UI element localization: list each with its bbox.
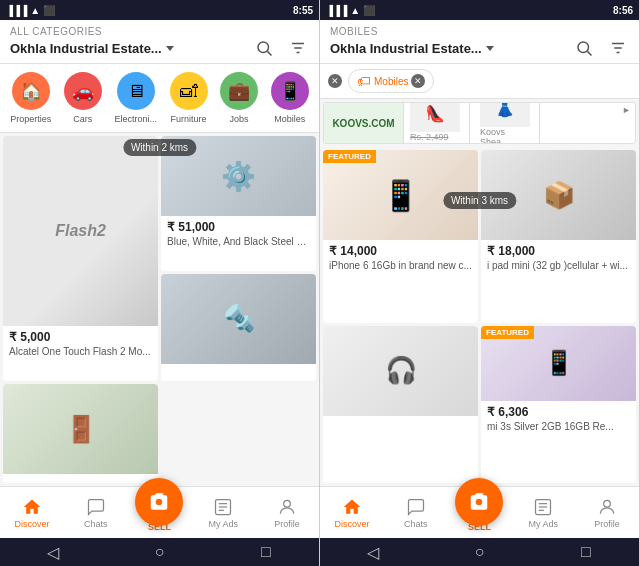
listing-img-r3: 🎧 bbox=[323, 326, 478, 416]
listing-card-r1[interactable]: FEATURED 📱 ₹ 14,000 iPhone 6 16Gb in bra… bbox=[323, 150, 478, 323]
left-panel: ▐▐▐ ▲ ⬛ 8:55 ALL CATEGORIES Okhla Indust… bbox=[0, 0, 320, 566]
cat-properties-label: Properties bbox=[10, 114, 51, 124]
wifi-icon-right: ▲ bbox=[350, 5, 360, 16]
listing-card-1[interactable]: Flash2 ₹ 5,000 Alcatel One Touch Flash 2… bbox=[3, 136, 158, 381]
listing-title-r1: iPhone 6 16Gb in brand new c... bbox=[329, 260, 472, 271]
location-row-left: Okhla Industrial Estate... bbox=[10, 37, 309, 59]
status-icons-right: ▐▐▐ ▲ ⬛ bbox=[326, 5, 375, 16]
sell-button-left[interactable] bbox=[135, 478, 183, 526]
listing-card-2[interactable]: ⚙️ ₹ 51,000 Blue, White, And Black Steel… bbox=[161, 136, 316, 271]
sell-button-right[interactable] bbox=[455, 478, 503, 526]
back-btn-left[interactable]: ◁ bbox=[44, 543, 62, 561]
nav-discover-right[interactable]: Discover bbox=[320, 497, 384, 529]
close-chip[interactable]: ✕ bbox=[328, 74, 342, 88]
chevron-down-icon-right bbox=[486, 46, 494, 51]
mobiles-chip-label: Mobiles bbox=[374, 76, 408, 87]
chats-icon-left bbox=[86, 497, 106, 517]
nav-profile-right[interactable]: Profile bbox=[575, 497, 639, 529]
category-label-right: MOBILES bbox=[330, 26, 629, 37]
listing-info-2: ₹ 51,000 Blue, White, And Black Steel C.… bbox=[161, 216, 316, 253]
listing-card-r2[interactable]: 📦 ₹ 18,000 i pad mini (32 gb )cellular +… bbox=[481, 150, 636, 323]
cat-furniture[interactable]: 🛋 Furniture bbox=[170, 72, 208, 124]
home-btn-right[interactable]: ○ bbox=[470, 543, 488, 561]
search-icon-right[interactable] bbox=[573, 37, 595, 59]
android-nav-right: ◁ ○ □ bbox=[320, 538, 639, 566]
ad-sponsored: ► bbox=[622, 105, 631, 115]
svg-point-9 bbox=[284, 500, 291, 507]
listing-price-r1: ₹ 14,000 bbox=[329, 244, 472, 258]
within-badge-right: Within 3 kms bbox=[443, 192, 516, 209]
home-btn-left[interactable]: ○ bbox=[150, 543, 168, 561]
listing-img-1: Flash2 bbox=[3, 136, 158, 326]
location-text-right: Okhla Industrial Estate... bbox=[330, 41, 482, 56]
chats-icon-right bbox=[406, 497, 426, 517]
listing-info-r1: ₹ 14,000 iPhone 6 16Gb in brand new c... bbox=[323, 240, 478, 277]
ad-item-2: 👗 Koovs Shea... Rs- 2,499 bbox=[474, 102, 540, 144]
listing-card-r3[interactable]: 🎧 bbox=[323, 326, 478, 484]
cat-furniture-label: Furniture bbox=[171, 114, 207, 124]
nav-chats-left[interactable]: Chats bbox=[64, 497, 128, 529]
filter-icon-left[interactable] bbox=[287, 37, 309, 59]
listing-title-2: Blue, White, And Black Steel C... bbox=[167, 236, 310, 247]
filter-chips: ✕ 🏷 Mobiles ✕ bbox=[320, 64, 639, 99]
camera-icon-left bbox=[148, 491, 170, 513]
nav-myads-left[interactable]: My Ads bbox=[191, 497, 255, 529]
back-btn-right[interactable]: ◁ bbox=[364, 543, 382, 561]
listing-price-1: ₹ 5,000 bbox=[9, 330, 152, 344]
myads-icon-left bbox=[213, 497, 233, 517]
nav-profile-label-right: Profile bbox=[594, 519, 620, 529]
listing-card-r4[interactable]: FEATURED 📱 ₹ 6,306 mi 3s Silver 2GB 16GB… bbox=[481, 326, 636, 484]
listing-img-3: 🔩 bbox=[161, 274, 316, 364]
nav-myads-right[interactable]: My Ads bbox=[511, 497, 575, 529]
recents-btn-right[interactable]: □ bbox=[577, 543, 595, 561]
ad-banner[interactable]: KOOVS.COM 👠 Rs. 2,499 Rs. 995 👗 Koovs Sh… bbox=[323, 102, 636, 144]
cat-cars-label: Cars bbox=[73, 114, 92, 124]
svg-point-10 bbox=[578, 42, 589, 53]
featured-badge-r4: FEATURED bbox=[481, 326, 534, 339]
cat-mobiles[interactable]: 📱 Mobiles bbox=[271, 72, 309, 124]
cat-jobs-icon: 💼 bbox=[220, 72, 258, 110]
nav-myads-label-right: My Ads bbox=[529, 519, 559, 529]
nav-discover-left[interactable]: Discover bbox=[0, 497, 64, 529]
wifi-icon: ▲ bbox=[30, 5, 40, 16]
filter-icon-right[interactable] bbox=[607, 37, 629, 59]
cat-properties[interactable]: 🏠 Properties bbox=[10, 72, 51, 124]
categories-row-left: 🏠 Properties 🚗 Cars 🖥 Electroni... 🛋 Fur… bbox=[0, 64, 319, 133]
mobiles-chip[interactable]: 🏷 Mobiles ✕ bbox=[348, 69, 434, 93]
listing-card-3[interactable]: 🔩 bbox=[161, 274, 316, 382]
status-time-right: 8:56 bbox=[613, 5, 633, 16]
ad-content: 👠 Rs. 2,499 Rs. 995 👗 Koovs Shea... Rs- … bbox=[404, 102, 540, 144]
header-right: MOBILES Okhla Industrial Estate... bbox=[320, 20, 639, 64]
status-icons-left: ▐▐▐ ▲ ⬛ bbox=[6, 5, 55, 16]
cat-jobs[interactable]: 💼 Jobs bbox=[220, 72, 258, 124]
listing-card-4[interactable]: 🚪 bbox=[3, 384, 158, 483]
ad-price-discounted: Rs. 995 bbox=[410, 142, 463, 144]
ad-item-1: 👠 Rs. 2,499 Rs. 995 bbox=[404, 102, 470, 144]
right-panel: ▐▐▐ ▲ ⬛ 8:56 MOBILES Okhla Industrial Es… bbox=[320, 0, 640, 566]
search-icon-left[interactable] bbox=[253, 37, 275, 59]
ad-price-original: Rs. 2,499 bbox=[410, 132, 449, 142]
discover-icon-left bbox=[22, 497, 42, 517]
cat-mobiles-icon: 📱 bbox=[271, 72, 309, 110]
listing-title-r4: mi 3s Silver 2GB 16GB Re... bbox=[487, 421, 630, 432]
cat-cars[interactable]: 🚗 Cars bbox=[64, 72, 102, 124]
listing-info-r2: ₹ 18,000 i pad mini (32 gb )cellular + w… bbox=[481, 240, 636, 277]
listing-info-1: ₹ 5,000 Alcatel One Touch Flash 2 Mo... bbox=[3, 326, 158, 363]
nav-discover-label-right: Discover bbox=[334, 519, 369, 529]
cat-furniture-icon: 🛋 bbox=[170, 72, 208, 110]
discover-icon-right bbox=[342, 497, 362, 517]
location-right[interactable]: Okhla Industrial Estate... bbox=[330, 41, 494, 56]
location-left[interactable]: Okhla Industrial Estate... bbox=[10, 41, 174, 56]
nav-sell-container-left: SELL bbox=[128, 494, 192, 532]
nav-profile-left[interactable]: Profile bbox=[255, 497, 319, 529]
nav-chats-right[interactable]: Chats bbox=[384, 497, 448, 529]
listing-price-r4: ₹ 6,306 bbox=[487, 405, 630, 419]
cat-electronics[interactable]: 🖥 Electroni... bbox=[114, 72, 157, 124]
mobiles-chip-close[interactable]: ✕ bbox=[411, 74, 425, 88]
listing-info-r4: ₹ 6,306 mi 3s Silver 2GB 16GB Re... bbox=[481, 401, 636, 438]
ad-item-img-2: 👗 bbox=[480, 102, 530, 127]
bottom-nav-right: Discover Chats SELL My Ads Profile bbox=[320, 486, 639, 538]
svg-line-1 bbox=[267, 51, 271, 55]
recents-btn-left[interactable]: □ bbox=[257, 543, 275, 561]
battery-icon-right: ⬛ bbox=[363, 5, 375, 16]
